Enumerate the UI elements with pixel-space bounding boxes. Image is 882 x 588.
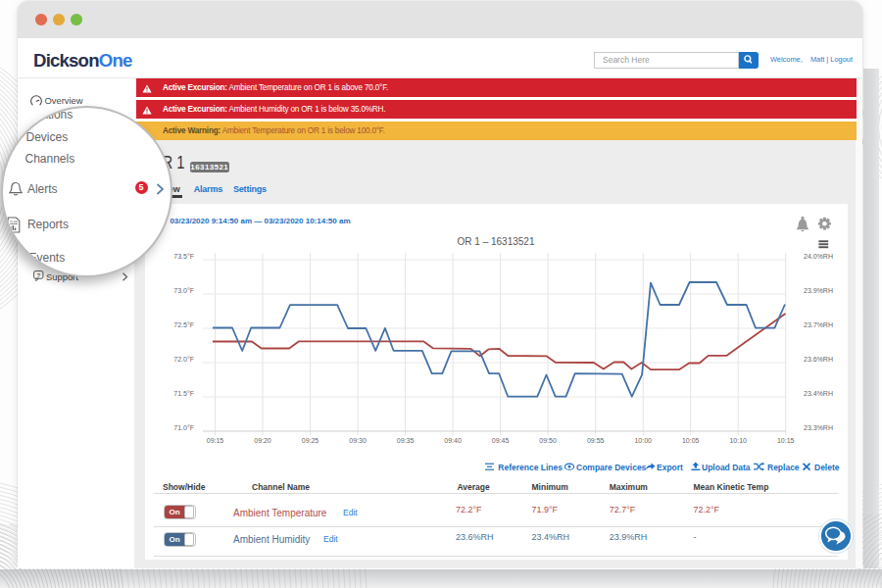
svg-text:?: ? [36, 272, 40, 278]
